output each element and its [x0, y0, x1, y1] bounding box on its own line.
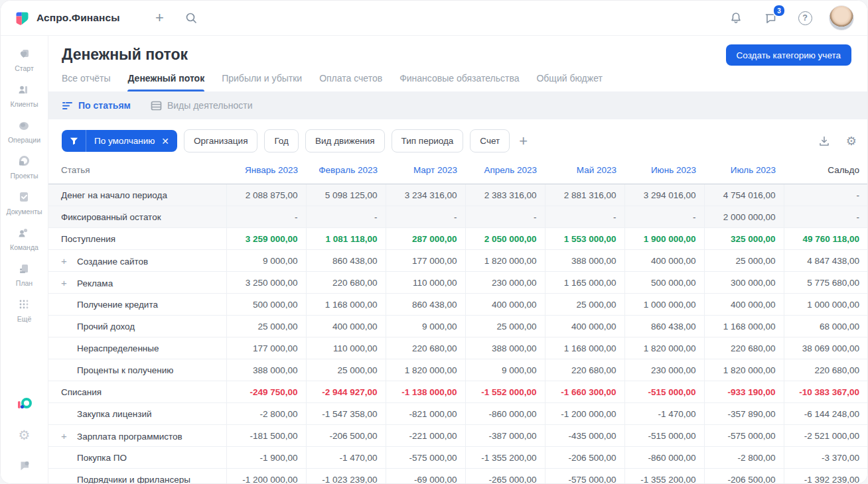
table-row[interactable]: Нераспределенные177 000,00110 000,00220 …: [48, 337, 867, 359]
cell-value: 220 680,00: [545, 359, 624, 381]
help-icon[interactable]: [796, 9, 814, 27]
table-row[interactable]: Прочий доход25 000,00400 000,009 000,002…: [48, 316, 867, 337]
table-settings-gear-icon[interactable]: ⚙: [846, 134, 857, 149]
settings-icon[interactable]: ⚙: [19, 428, 31, 442]
table-row[interactable]: Закупка лицензий-2 800,00-1 547 358,00-8…: [48, 403, 867, 425]
subtab-1[interactable]: Виды деятельности: [151, 100, 253, 111]
sidebar-item-more[interactable]: Ещё: [6, 297, 42, 323]
table-row[interactable]: Проценты к получению388 000,0025 000,001…: [48, 359, 867, 381]
cell-value: -2 800,00: [226, 403, 306, 425]
column-header-month[interactable]: Апрель 2023: [465, 160, 545, 184]
app-window: Аспро.Финансы + 3: [0, 0, 868, 484]
brand-icon[interactable]: [16, 397, 33, 412]
sidebar-item-plan[interactable]: План: [6, 261, 42, 287]
table-row[interactable]: Подрядчики и фрилансеры-1 200 000,00-1 0…: [48, 469, 867, 484]
table-row[interactable]: Покупка ПО-1 900,00-1 470,00-575 000,00-…: [48, 447, 867, 469]
cell-value: -2 521 000,00: [784, 425, 867, 447]
expand-plus-icon[interactable]: +: [61, 277, 77, 288]
filter-chip-2[interactable]: Вид движения: [305, 129, 385, 152]
column-header-month[interactable]: Январь 2023: [226, 160, 306, 184]
add-icon[interactable]: +: [150, 9, 169, 27]
column-header-month[interactable]: Март 2023: [386, 160, 465, 184]
cell-value: 500 000,00: [226, 294, 306, 316]
cell-value: -: [784, 206, 867, 228]
add-filter-icon[interactable]: +: [519, 134, 528, 149]
cell-value: -1 470,00: [306, 447, 386, 469]
cell-value: 1 081 118,00: [306, 228, 386, 250]
chat-icon[interactable]: [17, 458, 32, 473]
cell-value: 400 000,00: [465, 294, 545, 316]
cell-value: 220 680,00: [386, 337, 465, 359]
notifications-bell-icon[interactable]: [727, 9, 745, 27]
sidebar-item-clients[interactable]: Клиенты: [6, 82, 42, 108]
cell-value: -933 190,00: [704, 381, 784, 403]
cell-value: 1 000 000,00: [624, 294, 704, 316]
cell-value: -575 000,00: [704, 425, 784, 447]
sidebar-item-projects[interactable]: Проекты: [6, 154, 42, 180]
tab-3[interactable]: Оплата счетов: [319, 73, 382, 91]
active-filter-chip[interactable]: По умолчанию ✕: [62, 130, 177, 152]
table-row[interactable]: Поступления3 259 000,001 081 118,00287 0…: [48, 228, 867, 250]
remove-filter-icon[interactable]: ✕: [160, 136, 177, 147]
table-row[interactable]: +Зарплата программистов-181 500,00-206 5…: [48, 425, 867, 447]
app-logo[interactable]: Аспро.Финансы: [14, 10, 119, 27]
tab-2[interactable]: Прибыли и убытки: [222, 73, 302, 91]
row-label: Денег на начало периода: [48, 184, 226, 206]
column-header-month[interactable]: Июнь 2023: [624, 160, 704, 184]
table-row[interactable]: +Создание сайтов9 000,00860 438,00177 00…: [48, 250, 867, 272]
cell-value: -: [226, 206, 306, 228]
sidebar-item-operations[interactable]: Операции: [6, 118, 42, 144]
expand-plus-icon[interactable]: +: [61, 430, 77, 442]
cell-value: 9 000,00: [226, 250, 306, 272]
sidebar: Старт Клиенты Операции Проекты Документы…: [1, 36, 48, 483]
column-header-month[interactable]: Февраль 2023: [306, 160, 386, 184]
table-row[interactable]: Фиксированный остаток------2 000 000,00-: [48, 206, 867, 228]
brand-mark-icon: [14, 10, 31, 27]
cell-value: -206 500,00: [704, 469, 784, 484]
active-filter-label: По умолчанию: [86, 136, 160, 146]
screen: Аспро.Финансы + 3: [0, 0, 868, 484]
sidebar-item-label: Ещё: [17, 315, 31, 323]
cell-value: 1 168 000,00: [545, 337, 624, 359]
tab-0[interactable]: Все отчёты: [62, 73, 110, 91]
funnel-icon: [62, 130, 86, 152]
cell-value: -1 900,00: [226, 447, 306, 469]
column-header-month[interactable]: Июль 2023: [704, 160, 784, 184]
cell-value: 2 088 875,00: [226, 184, 306, 206]
tab-1[interactable]: Денежный поток: [127, 73, 204, 91]
table-row[interactable]: +Реклама3 250 000,00220 680,00110 000,00…: [48, 272, 867, 294]
create-category-button[interactable]: Создать категорию учета: [726, 44, 851, 66]
expand-plus-icon[interactable]: +: [61, 255, 77, 267]
messages-chat-icon[interactable]: 3: [761, 9, 780, 27]
cell-value: 388 000,00: [465, 337, 545, 359]
cell-value: -206 500,00: [545, 447, 624, 469]
filter-chip-1[interactable]: Год: [264, 129, 299, 152]
row-label: +Реклама: [48, 272, 226, 294]
filter-chip-0[interactable]: Организация: [184, 129, 257, 152]
column-header-month[interactable]: Май 2023: [545, 160, 624, 184]
cell-value: 400 000,00: [545, 316, 624, 337]
row-label: Проценты к получению: [48, 359, 226, 381]
sidebar-item-documents[interactable]: Документы: [6, 190, 42, 215]
cell-value: 110 000,00: [386, 272, 465, 294]
cell-value: -1 138 000,00: [386, 381, 465, 403]
table-row[interactable]: Денег на начало периода2 088 875,005 098…: [48, 184, 867, 206]
sidebar-item-start[interactable]: Старт: [6, 46, 42, 72]
filter-chip-4[interactable]: Счет: [470, 129, 510, 152]
view-subtabs: По статьям Виды деятельности: [48, 91, 867, 119]
user-avatar[interactable]: [829, 5, 854, 30]
subtab-label: По статьям: [78, 100, 131, 111]
cell-value: 230 000,00: [624, 359, 704, 381]
cell-value: 2 383 316,00: [465, 184, 545, 206]
cell-value: -1 200 000,00: [226, 469, 306, 484]
tab-4[interactable]: Финансовые обязательства: [399, 73, 519, 91]
filter-chip-3[interactable]: Тип периода: [392, 129, 464, 152]
search-icon[interactable]: [182, 9, 200, 27]
subtab-0[interactable]: По статьям: [62, 100, 131, 111]
sidebar-item-team[interactable]: Команда: [6, 225, 42, 251]
table-row[interactable]: Списания-249 750,00-2 944 927,00-1 138 0…: [48, 381, 867, 403]
download-icon[interactable]: [818, 135, 830, 147]
tab-5[interactable]: Общий бюджет: [536, 73, 602, 91]
cell-value: 400 000,00: [624, 250, 704, 272]
table-row[interactable]: Получение кредита500 000,001 168 000,008…: [48, 294, 867, 316]
